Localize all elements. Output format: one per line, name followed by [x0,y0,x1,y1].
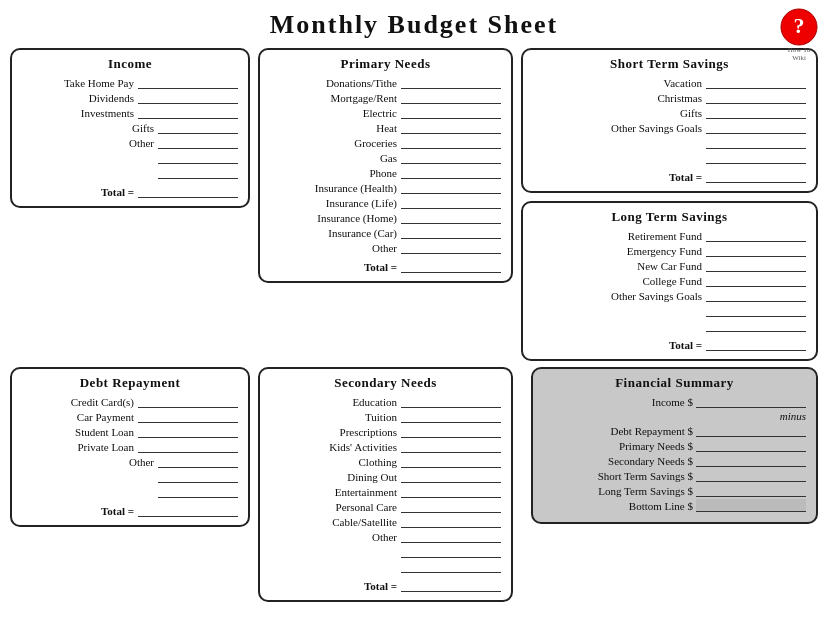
secondary-total: Total = [270,579,501,592]
summary-short-savings-line[interactable] [696,469,806,482]
secondary-education-line[interactable] [401,395,501,408]
debt-title: Debt Repayment [22,375,238,391]
short-gifts-line[interactable] [706,106,806,119]
income-section: Income Take Home Pay Dividends Investmen… [10,48,250,208]
long-new-car-line[interactable] [706,259,806,272]
secondary-total-line[interactable] [401,579,501,592]
primary-groceries-line[interactable] [401,136,501,149]
income-take-home-pay-label: Take Home Pay [64,77,134,89]
primary-gas-line[interactable] [401,151,501,164]
secondary-personal-care: Personal Care [270,500,501,513]
summary-short-savings-label: Short Term Savings $ [598,470,693,482]
income-gifts-label: Gifts [132,122,154,134]
primary-ins-home-line[interactable] [401,211,501,224]
secondary-kids-activities: Kids' Activities [270,440,501,453]
summary-minus-label: minus [543,410,806,422]
secondary-prescriptions-line[interactable] [401,425,501,438]
primary-mortgage-line[interactable] [401,91,501,104]
short-blank1 [533,136,806,149]
secondary-cable-line[interactable] [401,515,501,528]
primary-ins-life-line[interactable] [401,196,501,209]
debt-private-loan-line[interactable] [138,440,238,453]
primary-insurance-home: Insurance (Home) [270,211,501,224]
short-christmas-line[interactable] [706,91,806,104]
income-investments: Investments [22,106,238,119]
debt-blank2-line[interactable] [158,485,238,498]
short-blank2 [533,151,806,164]
debt-other-label: Other [129,456,154,468]
income-total-line[interactable] [138,185,238,198]
income-blank1-line[interactable] [158,151,238,164]
primary-mortgage: Mortgage/Rent [270,91,501,104]
summary-debt-line[interactable] [696,424,806,437]
income-dividends-line[interactable] [138,91,238,104]
financial-summary-title: Financial Summary [543,375,806,391]
secondary-blank1-line[interactable] [401,545,501,558]
primary-other-line[interactable] [401,241,501,254]
debt-blank1-line[interactable] [158,470,238,483]
secondary-other: Other [270,530,501,543]
secondary-entertainment: Entertainment [270,485,501,498]
primary-phone-line[interactable] [401,166,501,179]
short-other-goals-line[interactable] [706,121,806,134]
income-take-home-pay-line[interactable] [138,76,238,89]
secondary-dining-out-line[interactable] [401,470,501,483]
long-blank2-line[interactable] [706,319,806,332]
primary-donations-line[interactable] [401,76,501,89]
debt-student-loan: Student Loan [22,425,238,438]
long-other-goals-line[interactable] [706,289,806,302]
short-blank1-line[interactable] [706,136,806,149]
summary-bottom-line-row: Bottom Line $ [543,499,806,512]
primary-groceries-label: Groceries [354,137,397,149]
debt-car-payment-line[interactable] [138,410,238,423]
secondary-entertainment-line[interactable] [401,485,501,498]
summary-secondary-row: Secondary Needs $ [543,454,806,467]
primary-ins-life-label: Insurance (Life) [326,197,397,209]
short-total-line[interactable] [706,170,806,183]
debt-private-loan: Private Loan [22,440,238,453]
long-total-line[interactable] [706,338,806,351]
long-college-line[interactable] [706,274,806,287]
primary-ins-health-line[interactable] [401,181,501,194]
primary-gas-label: Gas [380,152,397,164]
short-blank2-line[interactable] [706,151,806,164]
income-blank2-line[interactable] [158,166,238,179]
secondary-clothing-line[interactable] [401,455,501,468]
long-savings-title: Long Term Savings [533,209,806,225]
primary-needs-section: Primary Needs Donations/Tithe Mortgage/R… [258,48,513,283]
primary-heat-line[interactable] [401,121,501,134]
long-other-goals-label: Other Savings Goals [611,290,702,302]
debt-total-line[interactable] [138,504,238,517]
secondary-personal-care-line[interactable] [401,500,501,513]
secondary-dining-out-label: Dining Out [347,471,397,483]
primary-ins-car-line[interactable] [401,226,501,239]
secondary-tuition-line[interactable] [401,410,501,423]
income-take-home-pay: Take Home Pay [22,76,238,89]
income-other-line[interactable] [158,136,238,149]
long-retirement-line[interactable] [706,229,806,242]
debt-student-loan-line[interactable] [138,425,238,438]
long-savings-section: Long Term Savings Retirement Fund Emerge… [521,201,818,361]
income-investments-line[interactable] [138,106,238,119]
long-blank1-line[interactable] [706,304,806,317]
secondary-other-line[interactable] [401,530,501,543]
primary-total-line[interactable] [401,260,501,273]
summary-secondary-line[interactable] [696,454,806,467]
debt-credit-card-line[interactable] [138,395,238,408]
summary-primary-line[interactable] [696,439,806,452]
summary-bottom-line-line[interactable] [696,499,806,512]
secondary-prescriptions: Prescriptions [270,425,501,438]
long-emergency-line[interactable] [706,244,806,257]
secondary-clothing: Clothing [270,455,501,468]
summary-income-line[interactable] [696,395,806,408]
secondary-kids-activities-line[interactable] [401,440,501,453]
summary-long-savings-line[interactable] [696,484,806,497]
short-other-goals: Other Savings Goals [533,121,806,134]
primary-electric-line[interactable] [401,106,501,119]
short-savings-section: Short Term Savings Vacation Christmas Gi… [521,48,818,193]
primary-electric: Electric [270,106,501,119]
secondary-blank2-line[interactable] [401,560,501,573]
income-gifts-line[interactable] [158,121,238,134]
short-vacation-line[interactable] [706,76,806,89]
debt-other-line[interactable] [158,455,238,468]
